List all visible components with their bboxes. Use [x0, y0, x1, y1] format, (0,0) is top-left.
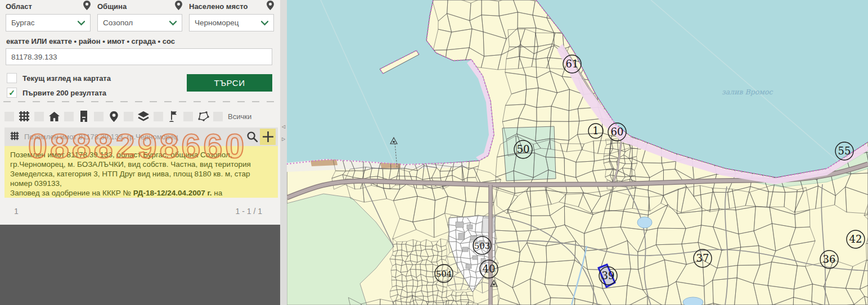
naseleno-myasto-label: Населено място	[189, 2, 248, 11]
sea-label: залив Вромос	[722, 88, 773, 96]
location-pin-icon[interactable]	[107, 111, 120, 122]
location-filter-checkbox[interactable]	[94, 112, 104, 121]
order-number: РД-18-12/24.04.2007 г.	[133, 189, 212, 197]
option-current-view: Текущ изглед на картата	[7, 73, 111, 83]
ekatte-label: екатте ИЛИ екатте • район • имот • сград…	[6, 37, 175, 45]
result-description: Поземлен имот 81178.39.133, област Бурга…	[5, 146, 278, 198]
svg-text:42: 42	[849, 233, 862, 245]
result-title: Поземлен имот 81178.39.133, гр.Черноморе…	[24, 133, 244, 141]
sidebar-footer-panel	[0, 225, 280, 305]
svg-text:39: 39	[602, 270, 615, 281]
flag-filter-checkbox[interactable]	[154, 112, 163, 121]
svg-text:залив Вромос: залив Вромос	[722, 88, 773, 96]
result-description-text: Поземлен имот 81178.39.133, област Бурга…	[10, 151, 251, 188]
filter-naseleno-myasto: Населено място Черноморец	[189, 2, 274, 31]
current-view-label: Текущ изглед на картата	[23, 74, 111, 83]
svg-text:55: 55	[838, 145, 851, 157]
all-filter-label: Всички	[228, 112, 251, 121]
svg-text:503: 503	[474, 241, 491, 251]
cadastral-map[interactable]: 6116055504237363940503504 залив Вромос	[287, 0, 868, 305]
svg-text:60: 60	[611, 126, 624, 138]
svg-text:36: 36	[823, 253, 836, 265]
chevron-down-icon	[78, 18, 85, 28]
layers-icon[interactable]	[137, 111, 150, 122]
page-number[interactable]: 1	[14, 207, 19, 216]
layers-filter-checkbox[interactable]	[124, 112, 133, 121]
pond	[637, 217, 652, 228]
region-filters: Област Бургас Община Созопол	[6, 2, 275, 31]
order-prefix: Заповед за одобрение на КККР №	[10, 189, 133, 197]
flag-icon[interactable]	[167, 111, 179, 122]
current-view-checkbox[interactable]	[7, 73, 17, 83]
page-range: 1 - 1 / 1	[236, 207, 262, 216]
svg-text:40: 40	[483, 263, 496, 275]
polygon-filter-checkbox[interactable]	[183, 112, 193, 121]
chevron-down-icon	[261, 18, 268, 28]
layer-filter-toolbar: Всички	[5, 110, 251, 123]
add-result-button[interactable]	[260, 129, 276, 145]
svg-text:50: 50	[517, 143, 530, 155]
svg-text:37: 37	[696, 252, 709, 264]
svg-text:504: 504	[436, 269, 452, 279]
map-pin-icon	[83, 1, 91, 12]
naseleno-myasto-value: Черноморец	[195, 19, 239, 27]
polygon-icon[interactable]	[197, 111, 209, 121]
zoom-to-result-button[interactable]	[244, 129, 260, 145]
obshtina-select[interactable]: Созопол	[97, 14, 182, 31]
pagination-bar: 1 1 - 1 / 1	[0, 198, 280, 225]
oblast-value: Бургас	[11, 19, 35, 27]
home-icon[interactable]	[48, 112, 60, 121]
app-window: Област Бургас Община Созопол	[0, 0, 868, 305]
all-filter-checkbox[interactable]	[213, 112, 223, 121]
obshtina-value: Созопол	[103, 19, 133, 27]
map-pin-icon	[175, 1, 182, 12]
ekatte-input[interactable]	[6, 48, 272, 65]
first-200-checkbox[interactable]: ✓	[7, 88, 17, 98]
option-first-200: ✓ Първите 200 резултата	[7, 88, 106, 98]
chevron-down-icon	[169, 18, 177, 28]
home-filter-checkbox[interactable]	[34, 112, 44, 121]
parcel-grid-icon	[10, 131, 19, 143]
building-icon[interactable]	[78, 111, 90, 122]
parcel-filter-checkbox[interactable]	[5, 112, 14, 121]
svg-text:61: 61	[566, 58, 579, 70]
sidebar-splitter[interactable]: ◁ ▷	[280, 0, 287, 305]
search-sidebar: Област Бургас Община Созопол	[0, 0, 280, 305]
obshtina-label: Община	[97, 2, 127, 11]
first-200-label: Първите 200 резултата	[23, 89, 106, 97]
oblast-select[interactable]: Бургас	[6, 14, 91, 31]
filter-oblast: Област Бургас	[6, 2, 91, 31]
parcel-grid-icon[interactable]	[18, 111, 30, 122]
expand-right-icon[interactable]: ▷	[280, 134, 287, 143]
collapse-left-icon[interactable]: ◁	[280, 122, 287, 131]
map-pin-icon	[267, 1, 274, 12]
dashed-divider	[3, 101, 277, 102]
map-viewport[interactable]: 6116055504237363940503504 залив Вромос	[287, 0, 868, 305]
svg-text:1: 1	[592, 125, 599, 136]
result-header-row[interactable]: Поземлен имот 81178.39.133, гр.Черноморе…	[5, 128, 278, 146]
building-filter-checkbox[interactable]	[64, 112, 74, 121]
filter-obshtina: Община Созопол	[97, 2, 182, 31]
oblast-label: Област	[6, 2, 32, 11]
naseleno-myasto-select[interactable]: Черноморец	[189, 14, 274, 31]
search-button[interactable]: ТЪРСИ	[187, 74, 272, 92]
